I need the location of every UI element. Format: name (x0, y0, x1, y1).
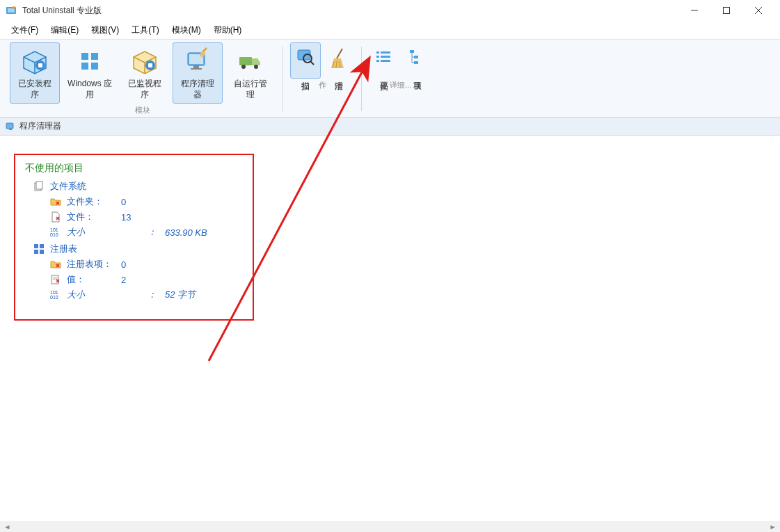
svg-line-26 (337, 49, 342, 58)
svg-rect-39 (6, 123, 13, 129)
binary-icon: 101010 (50, 289, 61, 300)
close-button[interactable] (742, 0, 774, 21)
filesystem-label: 文件系统 (50, 180, 86, 193)
magnifier-icon (295, 46, 316, 74)
ribbon-monitored-programs[interactable]: 已监视程 序 (120, 42, 170, 104)
menu-view[interactable]: 视图(V) (86, 22, 125, 38)
svg-rect-18 (191, 68, 202, 70)
svg-rect-40 (9, 129, 12, 130)
values-value: 2 (121, 275, 126, 285)
menu-help[interactable]: 帮助(H) (208, 22, 248, 38)
ribbon-scan[interactable]: 扫描 (290, 42, 321, 79)
ribbon-separator (282, 47, 283, 111)
cleaner-icon (182, 46, 213, 76)
minimize-button[interactable] (678, 0, 710, 21)
filesystem-section: 文件系统 (33, 180, 243, 193)
ribbon-autorun-manager[interactable]: 自运行管 理 (225, 42, 276, 104)
keys-value: 0 (121, 259, 126, 270)
tree-icon (407, 46, 428, 74)
svg-rect-17 (193, 65, 199, 68)
registry-icon (33, 243, 45, 255)
svg-rect-4 (724, 8, 730, 14)
svg-point-21 (241, 65, 246, 69)
cleaner-small-icon (6, 122, 15, 131)
ribbon-clean[interactable]: 清理 (324, 42, 354, 79)
list-icon (374, 46, 395, 74)
svg-rect-11 (81, 63, 88, 70)
file-x-icon (50, 211, 61, 223)
binary-icon: 101010 (50, 227, 61, 238)
ribbon-group-label: 作 (319, 80, 326, 90)
svg-rect-10 (91, 53, 98, 60)
svg-rect-30 (376, 51, 379, 54)
folders-value: 0 (121, 197, 126, 207)
values-label: 值： (67, 273, 116, 286)
scroll-right-arrow[interactable]: ► (767, 522, 779, 531)
files-icon (33, 181, 45, 192)
files-label: 文件： (67, 211, 116, 223)
size-sep: ： (148, 289, 157, 301)
ribbon-items[interactable]: 项目 (402, 42, 433, 79)
truck-icon (235, 46, 266, 76)
files-value: 13 (121, 212, 131, 223)
titlebar: Total Uninstall 专业版 (0, 0, 780, 21)
svg-rect-34 (376, 60, 379, 62)
svg-rect-12 (91, 63, 98, 70)
size-label: 大小 (67, 289, 142, 301)
value-x-icon: 101 (50, 274, 61, 285)
ribbon-program-cleaner[interactable]: 程序清理 器 (173, 42, 223, 104)
menu-edit[interactable]: 编辑(E) (45, 22, 84, 38)
ribbon-group-label: 详细... (390, 80, 411, 90)
horizontal-scrollbar[interactable]: ◄ ► (0, 521, 780, 532)
menu-modules[interactable]: 模块(M) (166, 22, 207, 38)
files-row: 文件： 13 (50, 211, 243, 223)
content-area: 不使用的项目 文件系统 文件夹： 0 文件： 13 101010 (0, 136, 780, 509)
ribbon-group-label: 模块 (135, 105, 150, 115)
size-label: 大小 (67, 226, 142, 239)
ribbon-installed-programs[interactable]: 已安装程 序 (10, 42, 60, 104)
svg-rect-51 (34, 250, 38, 254)
maximize-button[interactable] (710, 0, 742, 21)
ribbon-group-details: 摘要 项目 详细... (366, 42, 436, 115)
keys-label: 注册表项： (67, 258, 116, 271)
svg-rect-52 (40, 250, 44, 254)
ribbon-label: 程序清理 器 (181, 78, 214, 100)
ribbon-label: 已监视程 序 (128, 78, 161, 100)
menu-tools[interactable]: 工具(T) (126, 22, 164, 38)
app-icon (6, 5, 17, 16)
apps-icon (74, 46, 105, 76)
svg-rect-33 (381, 56, 390, 58)
registry-size-value: 52 字节 (165, 289, 196, 301)
svg-text:010: 010 (50, 232, 58, 237)
panel-header: 程序清理器 (0, 118, 780, 136)
svg-text:010: 010 (50, 295, 58, 300)
folder-x-icon (50, 196, 61, 207)
size-sep: ： (148, 226, 157, 239)
svg-rect-35 (381, 60, 390, 62)
folders-row: 文件夹： 0 (50, 195, 243, 208)
ribbon-separator (361, 47, 362, 111)
svg-rect-9 (81, 53, 88, 60)
svg-rect-42 (36, 182, 42, 189)
svg-rect-32 (376, 56, 379, 58)
key-x-icon (50, 259, 61, 270)
svg-rect-49 (34, 244, 38, 248)
filesystem-size-value: 633.90 KB (165, 227, 207, 238)
svg-rect-50 (40, 244, 44, 248)
menu-file[interactable]: 文件(F) (6, 22, 44, 38)
ribbon-group-actions: 扫描 清理 作 (287, 42, 357, 115)
folders-label: 文件夹： (67, 195, 116, 208)
ribbon-label: 自运行管 理 (234, 78, 267, 100)
ribbon-windows-apps[interactable]: Windows 应 用 (63, 42, 117, 104)
broom-icon (328, 46, 349, 74)
box-monitor-icon (129, 46, 160, 76)
registry-label: 注册表 (50, 243, 77, 255)
ribbon-summary[interactable]: 摘要 (369, 42, 399, 79)
registry-keys-row: 注册表项： 0 (50, 258, 243, 271)
scroll-left-arrow[interactable]: ◄ (1, 522, 13, 531)
registry-values-row: 101 值： 2 (50, 273, 243, 286)
window-controls (678, 0, 774, 21)
panel-title: 程序清理器 (19, 120, 61, 132)
window-title: Total Uninstall 专业版 (22, 5, 678, 17)
svg-text:101: 101 (50, 290, 58, 295)
